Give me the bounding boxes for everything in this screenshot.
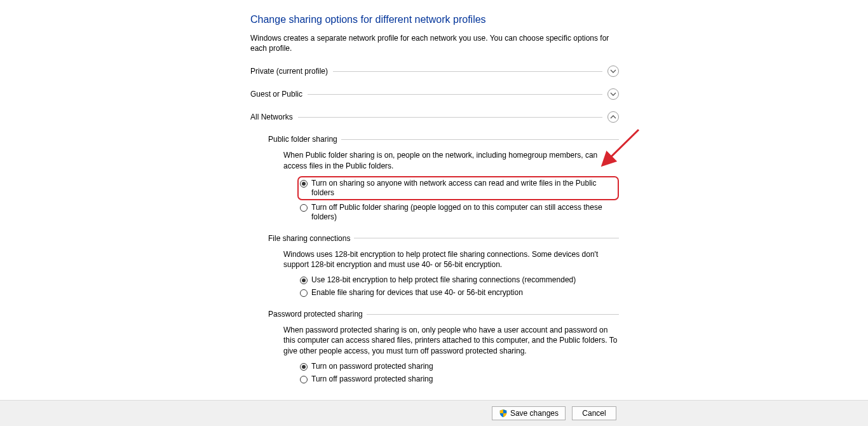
section-private-label: Private (current profile) [250, 67, 333, 76]
shield-icon [499, 409, 508, 418]
radio-icon[interactable] [300, 289, 308, 297]
radio-password-on[interactable]: Turn on password protected sharing [299, 361, 619, 372]
radio-icon[interactable] [300, 363, 308, 371]
radio-128bit-label: Use 128-bit encryption to help protect f… [311, 275, 576, 285]
radio-128bit[interactable]: Use 128-bit encryption to help protect f… [299, 275, 619, 285]
radio-icon[interactable] [300, 180, 308, 188]
chevron-down-icon[interactable] [607, 88, 619, 100]
section-guest-label: Guest or Public [250, 90, 308, 99]
divider [308, 94, 602, 95]
cancel-button-label: Cancel [582, 409, 606, 418]
page-title: Change sharing options for different net… [250, 14, 619, 25]
divider [298, 117, 602, 118]
radio-public-on[interactable]: Turn on sharing so anyone with network a… [297, 176, 619, 200]
chevron-up-icon[interactable] [607, 111, 619, 123]
radio-password-off-label: Turn off password protected sharing [311, 374, 433, 384]
file-sharing-desc: Windows uses 128-bit encryption to help … [283, 249, 619, 270]
section-guest[interactable]: Guest or Public [250, 88, 619, 100]
chevron-down-icon[interactable] [607, 65, 619, 77]
radio-public-on-label: Turn on sharing so anyone with network a… [311, 179, 615, 198]
radio-4056bit-label: Enable file sharing for devices that use… [311, 288, 523, 298]
radio-icon[interactable] [300, 277, 308, 284]
password-desc: When password protected sharing is on, o… [283, 325, 619, 356]
radio-icon[interactable] [300, 204, 308, 212]
section-all-label: All Networks [250, 113, 298, 121]
radio-4056bit[interactable]: Enable file sharing for devices that use… [299, 287, 619, 298]
password-heading: Password protected sharing [268, 310, 367, 319]
save-button-label: Save changes [510, 409, 559, 418]
subsection-password: Password protected sharing [268, 310, 619, 319]
subsection-public-folder: Public folder sharing [268, 135, 619, 144]
divider [367, 314, 619, 315]
radio-public-off-label: Turn off Public folder sharing (people l… [311, 203, 618, 222]
cancel-button[interactable]: Cancel [572, 406, 616, 420]
footer-bar: Save changes Cancel [0, 400, 868, 426]
file-sharing-heading: File sharing connections [268, 234, 354, 243]
page-intro: Windows creates a separate network profi… [250, 33, 619, 53]
save-button[interactable]: Save changes [492, 406, 566, 420]
subsection-file-sharing: File sharing connections [268, 234, 619, 243]
radio-password-off[interactable]: Turn off password protected sharing [299, 374, 619, 385]
section-private[interactable]: Private (current profile) [250, 65, 619, 78]
section-all-networks[interactable]: All Networks [250, 111, 619, 123]
public-folder-desc: When Public folder sharing is on, people… [283, 150, 619, 170]
radio-password-on-label: Turn on password protected sharing [311, 362, 433, 371]
main-content: Change sharing options for different net… [250, 14, 619, 385]
divider [341, 139, 619, 140]
divider [333, 71, 602, 72]
public-folder-heading: Public folder sharing [268, 135, 341, 144]
radio-icon[interactable] [300, 376, 308, 383]
radio-public-off[interactable]: Turn off Public folder sharing (people l… [299, 202, 619, 223]
divider [354, 238, 619, 238]
